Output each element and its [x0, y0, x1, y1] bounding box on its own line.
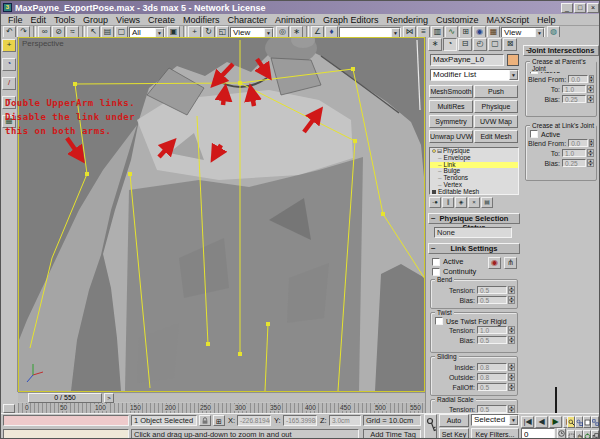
- menu-character[interactable]: Character: [223, 15, 271, 25]
- frame-advance-button[interactable]: >: [104, 393, 114, 403]
- modifier-button-physique[interactable]: Physique: [474, 100, 518, 113]
- tab-motion-icon[interactable]: ◴: [473, 38, 487, 51]
- modifier-button-meshsmooth[interactable]: MeshSmooth: [429, 85, 473, 98]
- close-button[interactable]: ×: [587, 3, 599, 13]
- play-icon[interactable]: ▶: [549, 416, 562, 428]
- align-icon[interactable]: ≡: [417, 26, 430, 38]
- current-frame-field[interactable]: [521, 428, 555, 439]
- snap-toggle-icon[interactable]: ∠: [311, 26, 324, 38]
- tab-hierarchy-icon[interactable]: ⊟: [458, 38, 472, 51]
- modifier-button-unwrap-uvw[interactable]: Unwrap UVW: [429, 130, 473, 143]
- stack-item-base[interactable]: Editable Mesh: [430, 189, 518, 195]
- character-icon[interactable]: ♦: [325, 26, 338, 38]
- select-manipulate-icon[interactable]: ∗: [290, 26, 303, 38]
- lightbulb-icon[interactable]: [432, 149, 436, 153]
- value-field[interactable]: 0.5: [477, 405, 507, 413]
- value-field[interactable]: 0.5: [477, 286, 507, 294]
- use-twist-checkbox[interactable]: [435, 317, 443, 325]
- rollout-selection-status[interactable]: −Physique Selection Status: [428, 213, 520, 224]
- select-and-link-icon[interactable]: ∞: [38, 26, 51, 38]
- spinner-arrows[interactable]: ▲▼: [587, 85, 594, 93]
- select-move-icon[interactable]: +: [188, 26, 201, 38]
- z-coordinate-field[interactable]: 3.0cm: [329, 415, 361, 426]
- modifier-button-uvw-map[interactable]: UVW Map: [474, 115, 518, 128]
- show-end-result-icon[interactable]: ∥: [442, 197, 454, 208]
- modifier-button-edit-mesh[interactable]: Edit Mesh: [474, 130, 518, 143]
- chevron-down-icon[interactable]: ▼: [509, 415, 518, 425]
- track-bar-ruler[interactable]: 050100150200250300350400450500550: [18, 403, 425, 413]
- spinner-arrows[interactable]: ▲▼: [589, 139, 594, 147]
- biped-figure-icon[interactable]: ⋔: [504, 257, 517, 269]
- modifier-button-push[interactable]: Push: [474, 85, 518, 98]
- rollout-link-settings[interactable]: −Link Settings: [428, 243, 520, 254]
- spinner-arrows[interactable]: ▲▼: [587, 159, 594, 167]
- region-zoom-icon[interactable]: [567, 430, 575, 439]
- value-field[interactable]: 0.5: [477, 336, 507, 344]
- value-field[interactable]: 0.0: [568, 75, 587, 83]
- select-region-icon[interactable]: ▢: [115, 26, 128, 38]
- use-center-icon[interactable]: ◎: [276, 26, 289, 38]
- chevron-down-icon[interactable]: ▼: [264, 28, 273, 38]
- make-unique-icon[interactable]: ◈: [455, 197, 467, 208]
- select-scale-icon[interactable]: ◱: [216, 26, 229, 38]
- spinner-arrows[interactable]: ▲▼: [587, 95, 594, 103]
- spinner-arrows[interactable]: ▲▼: [508, 405, 515, 413]
- rollout-joint-intersections[interactable]: −Joint Intersections: [523, 45, 599, 56]
- mini-listener-icon[interactable]: [3, 404, 15, 413]
- set-keys-key-icon[interactable]: [424, 414, 437, 439]
- remove-modifier-icon[interactable]: ×: [468, 197, 480, 208]
- object-name-field[interactable]: MaxPayne_L0: [430, 54, 504, 66]
- minimize-button[interactable]: _: [561, 3, 573, 13]
- chevron-down-icon[interactable]: ▼: [391, 28, 400, 38]
- collapse-icon[interactable]: −: [431, 214, 436, 223]
- value-field[interactable]: 0.25: [562, 159, 586, 167]
- modifier-list-dropdown[interactable]: Modifier List▼: [430, 69, 519, 81]
- time-configuration-icon[interactable]: [557, 428, 566, 439]
- time-slider-handle[interactable]: 0 / 550: [28, 393, 102, 403]
- spinner-arrows[interactable]: ▲▼: [508, 363, 515, 371]
- material-editor-icon[interactable]: ◉: [473, 26, 486, 38]
- value-field[interactable]: 0.25: [562, 95, 586, 103]
- value-field[interactable]: 1.0: [477, 326, 507, 334]
- key-filters-button[interactable]: Key Filters...: [471, 428, 519, 439]
- select-object-icon[interactable]: ↖: [87, 26, 100, 38]
- value-field[interactable]: 0.5: [477, 296, 507, 304]
- modifier-stack[interactable]: ⊟PhysiqueEnvelopeLinkBulgeTendonsVertexE…: [429, 147, 519, 195]
- redo-icon[interactable]: ↷: [17, 26, 30, 38]
- maximize-button[interactable]: □: [574, 3, 586, 13]
- link-active-checkbox[interactable]: [530, 130, 538, 138]
- arc-rotate-icon[interactable]: [583, 430, 591, 439]
- viewport-label[interactable]: Perspective: [22, 39, 64, 48]
- quick-render-icon[interactable]: ◍: [547, 26, 560, 38]
- pen-plugin-icon[interactable]: /: [2, 77, 16, 90]
- set-key-button[interactable]: Set Key: [439, 428, 469, 439]
- map-plugin-icon[interactable]: ▦: [2, 115, 16, 128]
- macro-recorder-field[interactable]: [3, 415, 129, 426]
- perspective-viewport[interactable]: Perspective: [18, 37, 425, 392]
- material-plugin-icon[interactable]: ◔: [2, 58, 16, 71]
- pin-stack-icon[interactable]: -●: [429, 197, 441, 208]
- spinner-arrows[interactable]: ▲▼: [508, 326, 515, 334]
- tab-utilities-icon[interactable]: ⊠: [503, 38, 517, 51]
- key-mode-dropdown[interactable]: Selected▼: [471, 414, 519, 426]
- add-time-tag[interactable]: Add Time Tag: [363, 429, 421, 439]
- zoom-all-icon[interactable]: [575, 416, 583, 428]
- x-coordinate-field[interactable]: -226.8194c: [237, 415, 271, 426]
- panel-scrollbar[interactable]: [555, 387, 557, 413]
- mirror-icon[interactable]: ⋈: [403, 26, 416, 38]
- spinner-arrows[interactable]: ▲▼: [508, 286, 515, 294]
- spinner-arrows[interactable]: ▲▼: [587, 149, 594, 157]
- spinner-arrows[interactable]: ▲▼: [589, 75, 594, 83]
- spinner-arrows[interactable]: ▲▼: [508, 296, 515, 304]
- collapse-icon[interactable]: −: [526, 46, 531, 55]
- y-coordinate-field[interactable]: -165.3998c: [283, 415, 317, 426]
- value-field[interactable]: 0.8: [477, 373, 507, 381]
- selection-lock-icon[interactable]: [199, 415, 211, 426]
- zoom-extents-icon[interactable]: [583, 416, 591, 428]
- value-field[interactable]: 0.0: [568, 139, 587, 147]
- curve-editor-icon[interactable]: ∿: [445, 26, 458, 38]
- zoom-extents-all-icon[interactable]: [591, 416, 599, 428]
- zoom-icon[interactable]: [567, 416, 575, 428]
- value-field[interactable]: 0.8: [477, 363, 507, 371]
- spinner-arrows[interactable]: ▲▼: [508, 383, 515, 391]
